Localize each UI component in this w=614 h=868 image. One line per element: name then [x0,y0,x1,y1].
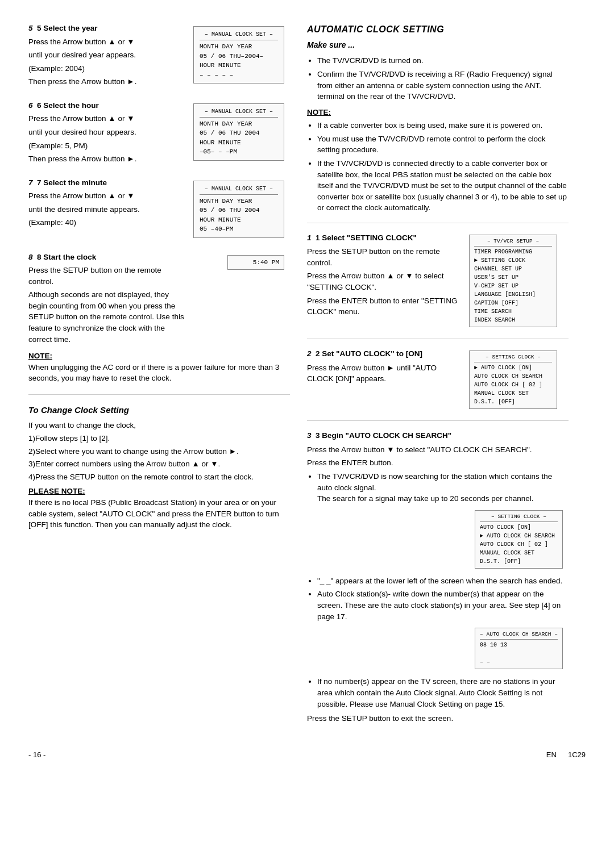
step3-bullet-list: The TV/VCR/DVD is now searching for the … [307,471,569,504]
step6-para1: Press the Arrow button ▲ or ▼ [28,113,185,124]
step3-para-end: Press the SETUP button to exit the scree… [307,713,569,724]
right-note-item1: If a cable converter box is being used, … [317,120,569,131]
please-note-text: If there is no local PBS (Public Broadca… [28,498,279,529]
change-clock-item1: 1)Follow steps [1] to [2]. [28,433,290,444]
step7-screen-row2: HOUR MINUTE [200,215,278,225]
auto-clock-header: AUTOMATIC CLOCK SETTING Make sure ... [307,23,569,51]
page-lang: EN [546,750,557,759]
step8-para2: Although seconds are not displayed, they… [28,289,185,345]
divider1 [28,394,290,395]
right-step2-screen: – SETTING CLOCK – ► AUTO CLOCK [ON] AUTO… [469,348,563,411]
step6-para3: Then press the Arrow button ►. [28,153,185,165]
step6-screen-row2: HOUR MINUTE [200,138,278,148]
step1-line1: TIMER PROGRAMMING [474,248,552,256]
make-sure-label: Make sure ... [307,39,569,51]
right-step2-header: 2 2 Set "AUTO CLOCK" to [ON] [307,348,463,360]
right-step2-section: 2 2 Set "AUTO CLOCK" to [ON] Press the A… [307,348,569,411]
step3-screen2-title: – AUTO CLOCK CH SEARCH – [480,631,558,640]
change-clock-item2: 2)Select where you want to change using … [28,446,290,457]
divider3 [307,339,569,339]
auto-clock-title: AUTOMATIC CLOCK SETTING [307,23,569,36]
step1-line8: TIME SEARCH [474,307,552,316]
step3-s2-line3: – – [480,658,558,666]
step1-line6: LANGUAGE [ENGLISH] [474,290,552,299]
step2-screen-title: – SETTING CLOCK – [474,353,552,362]
change-clock-list: 1)Follow steps [1] to [2]. 2)Select wher… [28,433,290,482]
step3-s1-line2: ► AUTO CLOCK CH SEARCH [480,532,558,540]
right-step2-text: 2 2 Set "AUTO CLOCK" to [ON] Press the A… [307,348,463,387]
step3-s1-line4: MANUAL CLOCK SET [480,549,558,557]
step1-line2: ► SETTING CLOCK [474,256,552,265]
step6-screen-row1: MONTH DAY YEAR [200,119,278,129]
step6-screen-row1val: 05 / 06 THU 2004 [200,128,278,138]
right-note-label: NOTE: [307,108,331,116]
change-clock-item4: 4)Press the SETUP button on the remote c… [28,471,290,483]
step3-bullet2: The search for a signal may take up to 2… [317,494,533,503]
page-label-area: EN 1C29 [546,750,586,759]
step7-screen-title: – MANUAL CLOCK SET – [200,185,278,195]
step8-screen: 5:40 PM [190,252,284,274]
step3-bullet5: If no number(s) appear on the TV screen,… [317,676,569,710]
step3-bullet-list2: "_ _" appears at the lower left of the s… [307,575,569,622]
step5-section: 5 5 Select the year Press the Arrow butt… [28,23,290,90]
make-sure-list: The TV/VCR/DVD is turned on. Confirm the… [307,55,569,102]
step2-line1: ► AUTO CLOCK [ON] [474,364,552,372]
step3-screen2: – AUTO CLOCK CH SEARCH – 08 10 13 – – [475,625,569,671]
divider2 [307,223,569,223]
step7-para2: until the desired minute appears. [28,204,185,215]
step5-screen: – MANUAL CLOCK SET – MONTH DAY YEAR 05 /… [190,23,284,87]
right-column: AUTOMATIC CLOCK SETTING Make sure ... Th… [307,23,569,733]
step5-screen-row2val: – – – – – [200,70,278,80]
step3-bullet3: "_ _" appears at the lower left of the s… [317,575,569,587]
step3-s2-line1: 08 10 13 [480,641,558,649]
step6-para2: until your desired hour appears. [28,127,185,138]
step5-screen-row1: MONTH DAY YEAR [200,42,278,52]
right-step2-para1: Press the Arrow button ► until "AUTO CLO… [307,362,463,385]
please-note-label: PLEASE NOTE: [28,487,85,495]
right-step1-section: 1 1 Select "SETTING CLOCK" Press the SET… [307,232,569,329]
right-step1-para1: Press the SETUP button on the remote con… [307,246,463,268]
step5-screen-title: – MANUAL CLOCK SET – [200,30,278,40]
step3-bullet4: Auto Clock station(s)- write down the nu… [317,589,569,622]
right-note-list: If a cable converter box is being used, … [307,120,569,214]
step7-section: 7 7 Select the minute Press the Arrow bu… [28,177,290,241]
left-column: 5 5 Select the year Press the Arrow butt… [28,23,290,733]
step7-header: 7 7 Select the minute [28,177,185,189]
step6-screen: – MANUAL CLOCK SET – MONTH DAY YEAR 05 /… [190,100,284,164]
right-step3-section: 3 3 Begin "AUTO CLOCK CH SEARCH" Press t… [307,430,569,724]
step5-example: (Example: 2004) [28,63,185,74]
change-clock-intro: If you want to change the clock, [28,420,290,431]
make-sure-item1: The TV/VCR/DVD is turned on. [317,55,569,66]
divider4 [307,420,569,421]
make-sure-item2: Confirm the TV/VCR/DVD is receiving a RF… [317,69,569,102]
step8-section: 8 8 Start the clock Press the SETUP butt… [28,252,290,384]
step5-text: 5 5 Select the year Press the Arrow butt… [28,23,185,90]
right-step1-para3: Press the ENTER button to enter "SETTING… [307,295,463,318]
step3-s1-line5: D.S.T. [OFF] [480,557,558,566]
step6-example: (Example: 5, PM) [28,140,185,152]
step7-example: (Example: 40) [28,217,185,228]
step1-screen-title: – TV/VCR SETUP – [474,237,552,247]
step8-time: 5:40 PM [253,259,279,266]
step2-line4: MANUAL CLOCK SET [474,389,552,398]
step6-screen-title: – MANUAL CLOCK SET – [200,107,278,118]
right-step1-screen: – TV/VCR SETUP – TIMER PROGRAMMING ► SET… [469,232,563,329]
step1-line9: INDEX SEARCH [474,316,552,324]
right-step3-header: 3 3 Begin "AUTO CLOCK CH SEARCH" [307,430,569,441]
step7-screen-row1: MONTH DAY YEAR [200,197,278,206]
change-clock-section: To Change Clock Setting If you want to c… [28,404,290,531]
step6-header: 6 6 Select the hour [28,100,185,111]
step8-para1: Press the SETUP button on the remote con… [28,265,185,287]
step1-line7: CAPTION [OFF] [474,299,552,307]
step1-line4: USER'S SET UP [474,273,552,282]
right-note-item2: You must use the TV/VCR/DVD remote contr… [317,133,569,156]
step6-screen-row2val: –05– – –PM [200,147,278,157]
right-note-item3: If the TV/VCR/DVD is connected directly … [317,158,569,214]
step8-note-label: NOTE: [28,352,52,360]
step5-para3: Then press the Arrow button ►. [28,76,185,87]
step5-screen-row1val: 05 / 06 THU–2004– [200,52,278,61]
change-clock-item3: 3)Enter correct numbers using the Arrow … [28,458,290,470]
step8-note-text: When unplugging the AC cord or if there … [28,363,279,383]
page-layout: 5 5 Select the year Press the Arrow butt… [28,23,586,733]
right-step3-para2: Press the ENTER button. [307,457,569,469]
